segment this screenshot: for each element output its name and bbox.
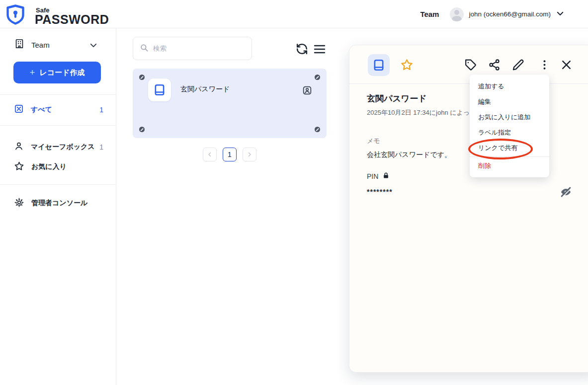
building-icon	[14, 38, 25, 51]
shared-user-badge-icon	[302, 85, 313, 98]
create-record-label: レコード作成	[40, 68, 85, 77]
record-card-title: 玄関パスワード	[180, 85, 230, 94]
eye-off-icon[interactable]	[559, 185, 573, 201]
star-icon	[14, 161, 24, 173]
book-icon	[372, 59, 385, 72]
menu-item-delete[interactable]: 削除	[470, 158, 549, 173]
create-record-button[interactable]: + レコード作成	[13, 62, 101, 83]
app-logo: Safe PASSWORD	[6, 4, 115, 25]
memo-label: メモ	[367, 137, 380, 146]
sidebar-item-count: 1	[99, 143, 103, 151]
brand-password: PASSWORD	[35, 12, 109, 27]
chevron-down-icon	[89, 41, 98, 52]
sidebar-item-favorites[interactable]: お気に入り	[0, 158, 116, 175]
menu-item-add-favorite[interactable]: お気に入りに追加	[470, 109, 549, 125]
pagination-prev-button[interactable]	[203, 148, 217, 161]
refresh-button[interactable]	[296, 43, 308, 57]
memo-value: 会社玄関パスワードです。	[367, 151, 451, 159]
sidebar-item-admin-console[interactable]: 管理者コンソール	[0, 195, 116, 212]
search-box	[133, 37, 252, 60]
user-email-label: john (ocken66@gmail.com)	[469, 10, 551, 18]
chevron-down-icon	[556, 9, 565, 20]
sidebar-item-count: 1	[99, 106, 103, 114]
pin-label: PIN	[367, 172, 390, 181]
record-card-genkan-password[interactable]: 玄関パスワード	[133, 69, 327, 138]
kebab-menu-button[interactable]	[538, 59, 551, 73]
screw-icon	[315, 75, 320, 80]
record-updated-info: 2025年10月2日 17:34にjohn によって	[367, 108, 476, 117]
sidebar-item-label: すべて	[31, 105, 52, 114]
share-button[interactable]	[488, 59, 501, 73]
divider	[0, 125, 116, 126]
menu-item-set-label[interactable]: ラベル指定	[470, 125, 549, 140]
record-type-tile	[368, 54, 390, 76]
sidebar-item-label: 管理者コンソール	[31, 199, 87, 208]
pagination-page-1-button[interactable]: 1	[223, 148, 237, 161]
label-tag-button[interactable]	[464, 59, 477, 73]
sidebar-item-label: お気に入り	[31, 162, 67, 171]
sidebar-team-label: Team	[31, 41, 50, 49]
pagination: 1	[133, 148, 327, 161]
book-icon	[153, 83, 166, 96]
sidebar-item-label: マイセーフボックス	[31, 143, 95, 152]
divider	[0, 94, 116, 95]
record-detail-panel: 玄関パスワード 2025年10月2日 17:34にjohn によって メモ 会社…	[349, 45, 588, 373]
record-list-column: 玄関パスワード 1	[116, 28, 343, 385]
screw-icon	[315, 127, 320, 132]
user-avatar	[450, 7, 464, 21]
close-button[interactable]	[560, 59, 573, 73]
menu-item-share-link[interactable]: リンクで共有	[470, 140, 549, 155]
pagination-next-button[interactable]	[243, 148, 256, 161]
sidebar-item-all[interactable]: すべて 1	[0, 101, 116, 118]
person-icon	[14, 141, 24, 153]
sidebar-item-my-safebox[interactable]: マイセーフボックス 1	[0, 139, 116, 155]
record-type-tile	[148, 78, 171, 101]
edit-pencil-button[interactable]	[512, 59, 524, 73]
favorite-star-icon[interactable]	[400, 58, 414, 74]
gear-icon	[14, 197, 24, 210]
search-icon	[140, 43, 149, 54]
header-team-label: Team	[420, 10, 439, 18]
record-title: 玄関パスワード	[367, 93, 427, 104]
detail-panel-header	[349, 45, 588, 84]
safe-box-icon	[14, 104, 24, 116]
screw-icon	[139, 127, 145, 132]
divider	[470, 156, 549, 157]
screw-icon	[139, 75, 145, 80]
search-input[interactable]	[153, 45, 252, 52]
divider	[0, 184, 116, 185]
lock-icon	[382, 172, 390, 181]
app-header: Safe PASSWORD Team john (ocken66@gmail.c…	[0, 0, 588, 28]
sidebar: Team + レコード作成 すべて 1 マイセーフボックス 1	[0, 28, 116, 385]
plus-icon: +	[29, 67, 35, 78]
pin-label-text: PIN	[367, 172, 378, 180]
sidebar-team-selector[interactable]: Team	[0, 35, 116, 55]
menu-item-edit[interactable]: 編集	[470, 94, 549, 109]
pin-masked-value: ********	[367, 188, 393, 196]
user-menu[interactable]: Team john (ocken66@gmail.com)	[420, 0, 565, 28]
menu-item-add[interactable]: 追加する	[470, 78, 549, 94]
record-actions-menu: 追加する 編集 お気に入りに追加 ラベル指定 リンクで共有 削除	[470, 75, 549, 177]
list-view-menu-button[interactable]	[314, 44, 326, 56]
